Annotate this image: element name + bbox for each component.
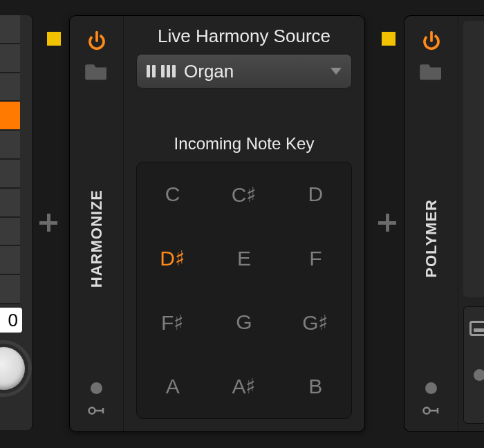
device-name-label: HARMONIZE	[88, 181, 106, 288]
note-key-F[interactable]: F	[280, 227, 351, 291]
note-key-E[interactable]: E	[208, 227, 279, 291]
power-icon	[421, 30, 442, 51]
section-title: Incoming Note Key	[136, 134, 352, 153]
left-device-panel: 0	[0, 15, 33, 430]
note-key-A[interactable]: A	[137, 355, 208, 419]
device-header-column: HARMONIZE	[70, 16, 124, 431]
device-polymer: POLYMER	[404, 15, 484, 432]
note-key-Fsharp[interactable]: F♯	[137, 290, 208, 355]
preset-folder-button[interactable]	[416, 56, 447, 86]
add-device-button[interactable]	[38, 212, 59, 233]
note-key-Dsharp[interactable]: D♯	[137, 227, 208, 291]
note-key-B[interactable]: B	[280, 355, 351, 419]
keyboard-icon	[147, 65, 176, 77]
power-button[interactable]	[416, 26, 447, 56]
folder-icon	[420, 62, 443, 81]
note-key-Csharp[interactable]: C♯	[208, 162, 279, 227]
preset-folder-button[interactable]	[81, 56, 113, 86]
modulation-out-icon[interactable]	[422, 404, 440, 418]
expand-view-button[interactable]	[469, 321, 484, 336]
note-key-D[interactable]: D	[280, 162, 351, 227]
note-key-Gsharp[interactable]: G♯	[280, 290, 351, 355]
device-expand-panel	[463, 306, 484, 424]
indicator-square	[47, 32, 61, 46]
power-button[interactable]	[81, 26, 113, 56]
note-key-G[interactable]: G	[208, 290, 279, 355]
svg-point-2	[89, 408, 95, 414]
power-icon	[86, 30, 107, 51]
modulation-out-icon[interactable]	[88, 404, 106, 418]
indicator-square	[382, 32, 395, 46]
panel-title: Live Harmony Source	[136, 26, 352, 47]
device-header-column: POLYMER	[404, 16, 458, 431]
device-main-panel: Live Harmony Source Organ Incoming Note …	[124, 16, 364, 431]
remote-control-icon[interactable]	[91, 382, 102, 394]
chevron-down-icon	[331, 68, 342, 75]
note-key-Asharp[interactable]: A♯	[208, 355, 279, 419]
device-name-label: POLYMER	[422, 191, 440, 278]
note-key-grid: CC♯DD♯EFF♯GG♯AA♯B	[136, 162, 352, 419]
level-value[interactable]: 0	[0, 308, 22, 333]
device-harmonize: HARMONIZE Live Harmony Source Organ	[69, 15, 365, 432]
svg-point-7	[423, 408, 429, 414]
knob[interactable]	[0, 340, 32, 397]
note-key-C[interactable]: C	[137, 162, 208, 227]
level-slider[interactable]	[0, 15, 20, 304]
folder-icon	[85, 62, 109, 81]
add-device-button[interactable]	[377, 212, 398, 233]
device-body	[458, 16, 484, 431]
dropdown-value: Organ	[184, 61, 322, 82]
remote-control-icon[interactable]	[425, 382, 437, 394]
remote-control-icon[interactable]	[474, 369, 484, 381]
device-inset	[463, 21, 484, 297]
harmony-source-dropdown[interactable]: Organ	[136, 54, 352, 88]
